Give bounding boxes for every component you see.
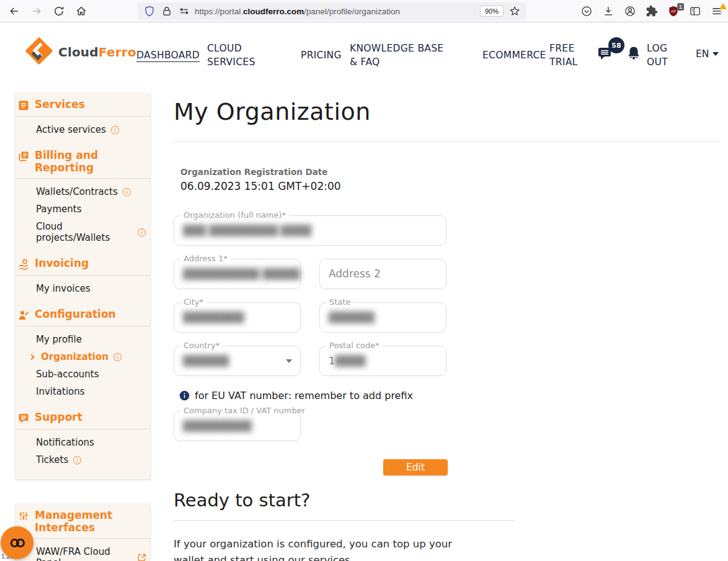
item-label: My profile [36,334,82,345]
section-title: Management Interfaces [35,509,145,534]
item-label: Wallets/Contracts [36,186,118,197]
info-icon[interactable] [113,352,122,362]
field-value-redacted: ████ [320,346,446,375]
sidebar-item-my-invoices[interactable]: My invoices [16,280,150,297]
country-select[interactable]: Country* ██████ [174,346,301,376]
city-field[interactable]: City* ████████ [174,302,301,333]
nav-knowledge-base[interactable]: KNOWLEDGE BASE & FAQ [350,42,444,70]
sidebar-item-invitations[interactable]: Invitations [16,383,150,400]
organization-name-field[interactable]: Organization (full name)* ███ █████████ … [174,215,446,246]
nav-free-trial[interactable]: FREE TRIAL [549,42,588,70]
item-label: Organization [41,351,109,362]
extensions-icon[interactable] [645,5,658,18]
sidebar-item-my-profile[interactable]: My profile [16,331,150,348]
edit-button[interactable]: Edit [383,459,448,475]
sidebar-item-cloud-projects-wallets[interactable]: Cloud projects/Wallets [16,218,150,246]
billing-icon [17,150,30,163]
page: https://portal.cloudferro.com/panel/prof… [0,0,728,561]
address1-field[interactable]: Address 1* ██████████ ██████ ██ [174,259,301,289]
registration-date-value: 06.09.2023 15:01 GMT+02:00 [180,180,341,192]
sidebar-item-sub-accounts[interactable]: Sub-accounts [16,366,150,383]
permissions-icon[interactable] [177,5,190,18]
sidebar-item-tickets[interactable]: Tickets [16,451,150,469]
page-title: My Organization [174,98,371,125]
item-label: Invitations [36,386,85,397]
back-icon[interactable] [7,4,20,17]
field-value-redacted: ██████ [320,303,446,332]
field-value-redacted: ███ █████████ ████ [174,216,446,245]
sidebar-item-organization[interactable]: Organization [16,348,150,366]
address2-field[interactable]: Address 2 [319,259,446,289]
info-icon[interactable] [137,228,146,237]
sidebar-toggle-icon[interactable] [688,5,701,18]
browser-toolbar: https://portal.cloudferro.com/panel/prof… [0,0,728,22]
item-label: Active services [36,124,106,135]
item-label: WAW/FRA Cloud Panel [36,546,133,561]
postal-code-field[interactable]: Postal code* 1 ████ [319,346,446,376]
chevron-right-icon [29,353,37,361]
nav-dashboard[interactable]: DASHBOARD [136,48,200,62]
field-placeholder: Address 2 [320,259,446,289]
item-label: Notifications [36,437,94,448]
item-label: Tickets [36,454,68,465]
url-domain: cloudferro.com [243,7,304,16]
reload-icon[interactable] [52,4,65,17]
nav-pricing[interactable]: PRICING [301,48,342,62]
accessibility-widget-button[interactable] [1,526,33,559]
language-label: EN [696,48,709,60]
logout-button[interactable]: LOG OUT [647,42,679,70]
zoom-level-badge[interactable]: 90% [480,6,504,17]
adblocker-icon[interactable]: uO 1 [667,5,680,18]
sidebar-item-active-services[interactable]: Active services [16,121,150,138]
accessibility-widget-icon [7,532,28,554]
pocket-icon[interactable] [580,5,593,18]
section-title: Billing and Reporting [35,149,145,174]
url-bar[interactable]: https://portal.cloudferro.com/panel/prof… [138,2,526,20]
site-header: CloudFerro DASHBOARD CLOUD SERVICES PRIC… [0,23,728,83]
field-value-redacted: ████████ [174,303,300,332]
info-icon[interactable] [110,125,120,135]
bookmark-star-icon[interactable] [508,5,521,18]
forward-icon [30,4,43,17]
sidebar-item-payments[interactable]: Payments [16,200,150,218]
vat-hint-row: for EU VAT number: remember to add prefi… [179,390,413,402]
notifications-bell-icon[interactable] [625,45,642,65]
sidebar-item-waw-fra-cloud-panel[interactable]: WAW/FRA Cloud Panel [16,543,150,561]
info-icon[interactable] [122,187,131,197]
notification-count-badge: 58 [608,37,624,53]
sidebar-section-configuration: Configuration [16,303,150,326]
vat-hint-text: for EU VAT number: remember to add prefi… [195,390,413,402]
nav-cloud-services[interactable]: CLOUD SERVICES [207,42,264,70]
downloads-icon[interactable] [601,5,615,18]
cloudferro-logo[interactable]: CloudFerro [25,37,136,68]
sidebar-management: Management Interfaces WAW/FRA Cloud Pane… [16,504,150,561]
tax-id-field[interactable]: Company tax ID / VAT number █████████ [174,411,301,441]
nav-ecommerce[interactable]: ECOMMERCE [482,48,546,62]
tracking-protection-shield-icon[interactable] [143,5,156,18]
chevron-down-icon [712,52,719,56]
browser-action-icons: uO 1 [580,0,723,22]
field-value-redacted: █████████ [174,411,300,441]
menu-hamburger-icon[interactable] [710,5,723,18]
ready-divider [174,520,515,521]
lock-icon[interactable] [160,5,173,18]
account-icon[interactable] [623,5,636,18]
item-label: Payments [36,204,81,215]
sidebar-section-support: Support [16,406,150,429]
configuration-icon [17,309,30,321]
sidebar-item-wallets-contracts[interactable]: Wallets/Contracts [16,183,150,200]
state-field[interactable]: State ██████ [319,302,446,333]
info-icon[interactable] [73,456,82,465]
item-label: Sub-accounts [36,369,99,380]
sidebar-item-notifications[interactable]: Notifications [16,434,150,451]
language-selector[interactable]: EN [696,48,719,60]
home-icon[interactable] [74,4,87,17]
management-interfaces-icon [17,510,30,523]
ready-to-start-title: Ready to start? [174,490,311,511]
browser-nav-buttons [0,4,87,17]
info-filled-icon [179,390,190,401]
section-title: Configuration [35,308,116,320]
ready-to-start-text: If your organization is configured, you … [174,536,459,561]
section-title: Invoicing [35,257,89,269]
menu-warning-badge [719,3,727,9]
